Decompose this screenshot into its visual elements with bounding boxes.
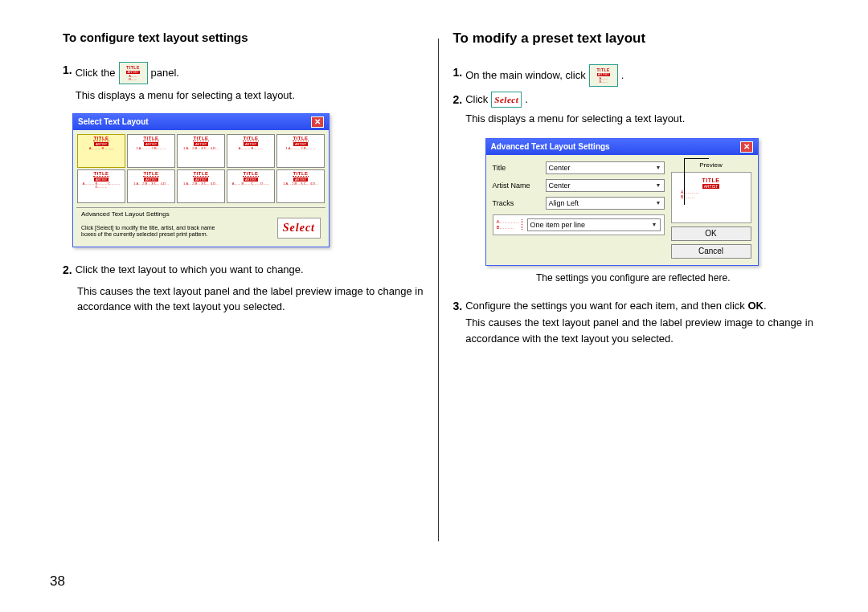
step2-desc: This causes the text layout panel and th… [77,284,424,315]
select-button[interactable]: Select [277,218,321,239]
right-heading: To modify a preset text layout [453,31,814,47]
left-step-1: 1. Click the TITLEARTISTA……B…… panel. Th… [63,62,424,104]
items-per-line-select[interactable]: One item per line [527,218,661,231]
advanced-section-title: Advanced Text Layout Settings [81,210,321,218]
layout-option[interactable]: TITLEARTIST1.A… 2.B… 3.C… 4.D… [276,169,325,203]
layout-option[interactable]: TITLEARTIST1.A… 2.B… 3.C… 4.D… [127,169,175,203]
step3-text-ok: OK [747,300,764,312]
step2-text: Click [465,92,488,108]
preview-label: Preview [671,161,751,169]
layout-option[interactable]: TITLEARTISTA……… B……… [227,134,275,168]
dialog-title-text: Advanced Text Layout Settings [491,142,610,151]
step-number: 1. [63,62,72,79]
cancel-button[interactable]: Cancel [671,244,751,259]
tracks-thumb: A…………B……… [497,219,522,230]
advanced-section: Advanced Text Layout Settings Click [Sel… [76,207,326,243]
tracks-label: Tracks [493,199,541,207]
left-heading: To configure text layout settings [63,31,424,44]
layout-option[interactable]: TITLEARTIST1.A……… 2.B……… [127,134,175,168]
callout-line [684,158,685,205]
step1-text: On the main window, click [465,67,586,84]
page-number: 38 [50,573,65,590]
step1-desc: This displays a menu for selecting a tex… [76,88,424,104]
artist-select[interactable]: Center [546,179,665,192]
dialog-titlebar: Advanced Text Layout Settings ✕ [486,139,758,155]
dialog-title-text: Select Text Layout [78,117,149,126]
advanced-text-layout-dialog: Advanced Text Layout Settings ✕ Title Ce… [485,138,759,266]
close-icon[interactable]: ✕ [311,116,324,128]
advanced-section-text: Click [Select] to modify the title, arti… [81,225,226,239]
step-number: 2. [63,262,72,279]
preview-caption: The settings you configure are reflected… [453,272,814,284]
layout-option[interactable]: TITLEARTISTA……… B……… C……… D……… [77,169,125,203]
layout-option[interactable]: TITLEARTIST1.A… 2.B… 3.C… 4.D… [177,134,225,168]
tracks-select[interactable]: Align Left [546,197,665,210]
layout-grid: TITLEARTISTA……… B……… TITLEARTIST1.A……… 2… [73,130,329,207]
title-artist-panel-icon: TITLEARTISTA……B…… [589,64,618,87]
right-column: To modify a preset text layout 1. On the… [439,31,829,590]
step-number: 1. [453,64,463,81]
left-step-2: 2. Click the text layout to which you wa… [63,262,424,279]
title-label: Title [493,164,541,172]
step2-desc: This displays a menu for selecting a tex… [465,111,813,127]
tracks-sample-row: A…………B……… One item per line [493,214,665,235]
preview-box: TITLE ARTIST A…………B……… [671,172,751,223]
right-step-1: 1. On the main window, click TITLEARTIST… [453,64,814,87]
step2-text: Click the text layout to which you want … [76,262,424,278]
select-button-icon: Select [491,92,522,108]
dialog-titlebar: Select Text Layout ✕ [73,114,329,130]
manual-page: To configure text layout settings 1. Cli… [0,0,868,612]
step1-text-b: panel. [151,65,179,81]
layout-option[interactable]: TITLEARTISTA…… B…… C…… D…… [227,169,275,203]
layout-option[interactable]: TITLEARTISTA……… B……… [77,134,125,168]
settings-form: Title Center Artist Name Center Tracks A… [493,161,665,259]
step3-text-a: Configure the settings you want for each… [465,300,745,312]
step3-desc: This causes the text layout panel and th… [465,315,813,346]
left-column: To configure text layout settings 1. Cli… [48,31,438,590]
step-number: 2. [453,92,463,108]
step3-text-c: . [764,300,767,312]
right-step-2: 2. Click Select . This displays a menu f… [453,92,814,127]
select-text-layout-dialog: Select Text Layout ✕ TITLEARTISTA……… B……… [72,113,330,247]
ok-button[interactable]: OK [671,226,751,241]
artist-label: Artist Name [493,182,541,190]
right-step-3: 3. Configure the settings you want for e… [453,298,814,347]
close-icon[interactable]: ✕ [740,141,753,153]
layout-option[interactable]: TITLEARTIST1.A……… 2.B……… [276,134,325,168]
title-artist-panel-icon: TITLEARTISTA……B…… [119,62,148,84]
step-number: 3. [453,298,463,315]
title-select[interactable]: Center [546,161,665,174]
step1-text-a: Click the [76,65,116,81]
layout-option[interactable]: TITLEARTIST1.A… 2.B… 3.C… 4.D… [177,169,225,203]
